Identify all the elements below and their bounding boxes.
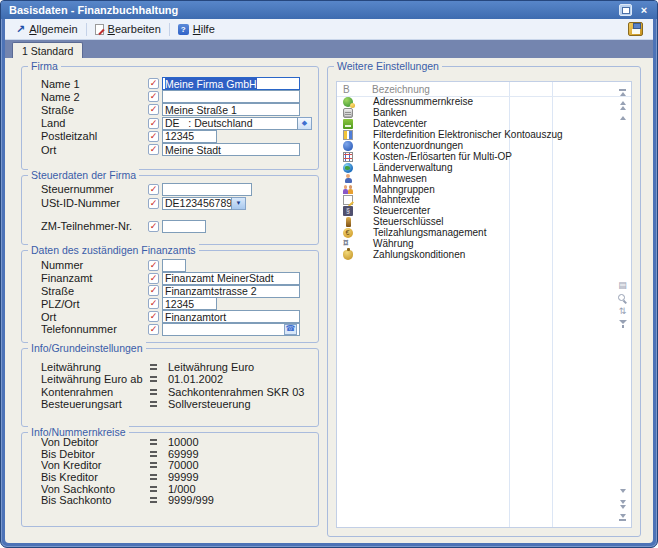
- settings-item-zahlungskonditionen[interactable]: Zahlungskonditionen: [337, 249, 631, 260]
- steuerdaten-zm-teilnehmer-nr-input[interactable]: [162, 220, 206, 233]
- form-row-steuerdaten-steuernummer: Steuernummer✓: [41, 182, 312, 196]
- column-header-bezeichnung[interactable]: Bezeichnung: [372, 84, 631, 95]
- modified-check-icon[interactable]: ✓: [148, 298, 159, 309]
- firma-postleitzahl-input[interactable]: 12345: [162, 130, 217, 143]
- settings-item-landerverwaltung[interactable]: Länderverwaltung: [337, 162, 631, 173]
- modified-check-icon[interactable]: ✓: [148, 221, 159, 232]
- row-down-icon[interactable]: [617, 486, 628, 496]
- steuerdaten-steuernummer-input[interactable]: [162, 183, 252, 196]
- form-row-finanzamt-plz-ort: PLZ/Ort✓12345: [41, 297, 312, 310]
- settings-item-wahrung[interactable]: Währung: [337, 239, 631, 250]
- equals-icon: [150, 389, 157, 395]
- finanzamt-plz-ort-input[interactable]: 12345: [162, 297, 217, 310]
- settings-item-steuercenter[interactable]: Steuercenter: [337, 206, 631, 217]
- settings-item-datevcenter[interactable]: Datevcenter: [337, 119, 631, 130]
- nummernkreise-bis-kreditor-value: 99999: [168, 471, 199, 483]
- settings-item-mahngruppen[interactable]: Mahngruppen: [337, 184, 631, 195]
- firma-ort-input[interactable]: Meine Stadt: [162, 143, 300, 156]
- settings-item-mahnwesen[interactable]: Mahnwesen: [337, 173, 631, 184]
- settings-item-kontenzuordnungen[interactable]: Kontenzuordnungen: [337, 141, 631, 152]
- scroll-to-bottom-icon[interactable]: [617, 512, 628, 522]
- dropdown-diamond-button[interactable]: ◆: [298, 117, 312, 130]
- save-button[interactable]: [628, 22, 643, 36]
- steuerdaten-ust-id-nummer-input[interactable]: DE123456789123: [162, 197, 232, 210]
- tab-standard[interactable]: 1 Standard: [12, 42, 83, 58]
- nummernkreise-von-debitor-value: 10000: [168, 436, 199, 448]
- modified-check-icon[interactable]: ✓: [148, 260, 159, 271]
- nummernkreise-bis-sachkonto-label: Bis Sachkonto: [41, 494, 148, 506]
- group-firma-rows: Name 1✓Meine Firma GmbHName 2✓Straße✓Mei…: [41, 77, 312, 156]
- filter-icon[interactable]: [617, 319, 628, 329]
- scroll-to-top-icon[interactable]: [617, 87, 628, 97]
- column-header-b[interactable]: B: [343, 84, 372, 95]
- finanzamt-telefonnummer-input[interactable]: ☎: [162, 323, 300, 336]
- modified-check-icon[interactable]: ✓: [148, 285, 159, 296]
- modified-check-icon[interactable]: ✓: [148, 78, 159, 89]
- list-scroll-rail: [615, 82, 630, 527]
- group-steuerdaten: Steuerdaten der Firma Steuernummer✓USt-I…: [21, 175, 319, 245]
- search-icon[interactable]: [617, 293, 628, 303]
- equals-icon: [150, 364, 157, 370]
- grundeinstellungen-leitwahrung-value: Leitwährung Euro: [168, 361, 254, 373]
- dunning-icon: [343, 174, 353, 184]
- settings-item-kosten-erlosarten-fur-multi-op[interactable]: Kosten-/Erlösarten für Multi-OP: [337, 151, 631, 162]
- menu-item-bearbeiten[interactable]: Bearbeiten: [90, 20, 166, 38]
- firma-strasse-input[interactable]: Meine Straße 1: [162, 103, 300, 116]
- settings-item-label: Mahnwesen: [373, 174, 427, 184]
- modified-check-icon[interactable]: ✓: [148, 91, 159, 102]
- settings-item-steuerschlussel[interactable]: Steuerschlüssel: [337, 217, 631, 228]
- modified-check-icon[interactable]: ✓: [148, 144, 159, 155]
- modified-check-icon[interactable]: ✓: [148, 324, 159, 335]
- modified-check-icon[interactable]: ✓: [148, 131, 159, 142]
- firma-land-input[interactable]: DE : Deutschland: [162, 117, 298, 130]
- settings-item-label: Adressnummernkreise: [373, 97, 473, 107]
- dunning-groups-icon: [343, 185, 353, 195]
- modified-check-icon[interactable]: ✓: [148, 273, 159, 284]
- group-steuerdaten-rows: Steuernummer✓USt-ID-Nummer✓DE12345678912…: [41, 182, 312, 233]
- form-row-steuerdaten-zm-teilnehmer-nr: ZM-Teilnehmer-Nr.✓: [41, 219, 312, 233]
- settings-item-filterdefinition-elektronischer-kontoauszug[interactable]: Filterdefinition Elektronischer Kontoaus…: [337, 130, 631, 141]
- left-column: Firma Name 1✓Meine Firma GmbHName 2✓Stra…: [21, 66, 319, 537]
- settings-item-label: Steuercenter: [373, 206, 430, 216]
- modified-check-icon[interactable]: ✓: [148, 118, 159, 129]
- page-up-icon[interactable]: [617, 100, 628, 110]
- settings-item-banken[interactable]: Banken: [337, 108, 631, 119]
- modified-check-icon[interactable]: ✓: [148, 311, 159, 322]
- steuerdaten-ust-id-nummer-label: USt-ID-Nummer: [41, 197, 148, 209]
- firma-name-1-input[interactable]: Meine Firma GmbH: [162, 77, 300, 90]
- help-icon: ?: [178, 24, 189, 35]
- group-nummernkreise-rows: Von Debitor10000Bis Debitor69999Von Kred…: [41, 436, 312, 506]
- menu-item-allgemein[interactable]: ↗Allgemein: [11, 20, 83, 38]
- nummernkreise-bis-kreditor-label: Bis Kreditor: [41, 471, 148, 483]
- settings-item-mahntexte[interactable]: Mahntexte: [337, 195, 631, 206]
- finanzamt-ort-input[interactable]: Finanzamtort: [162, 310, 300, 323]
- dropdown-arrow-button[interactable]: ▼: [232, 197, 246, 210]
- firma-name-2-input[interactable]: [162, 90, 300, 103]
- modified-check-icon[interactable]: ✓: [148, 184, 159, 195]
- finanzamt-nummer-input[interactable]: [162, 259, 186, 272]
- firma-strasse-label: Straße: [41, 104, 148, 116]
- settings-item-teilzahlungsmanagement[interactable]: Teilzahlungsmanagement: [337, 228, 631, 239]
- group-grundeinstellungen: Info/Grundeinstellungen LeitwährungLeitw…: [21, 348, 319, 427]
- restore-button[interactable]: [619, 4, 632, 16]
- settings-item-adressnummernkreise[interactable]: Adressnummernkreise: [337, 97, 631, 108]
- sort-icon[interactable]: [617, 306, 628, 316]
- finanzamt-strasse-input[interactable]: Finanzamtstrasse 2: [162, 285, 300, 298]
- finanzamt-telefonnummer-label: Telefonnummer: [41, 323, 148, 335]
- form-row-nummernkreise-bis-debitor: Bis Debitor69999: [41, 448, 312, 460]
- nummernkreise-von-kreditor-label: Von Kreditor: [41, 459, 148, 471]
- modified-check-icon[interactable]: ✓: [148, 198, 159, 209]
- grundeinstellungen-leitwahrung-euro-ab-label: Leitwährung Euro ab: [41, 373, 148, 385]
- page-down-icon[interactable]: [617, 499, 628, 509]
- row-up-icon[interactable]: [617, 113, 628, 123]
- finanzamt-finanzamt-input[interactable]: Finanzamt MeinerStadt: [162, 272, 300, 285]
- form-row-firma-name-1: Name 1✓Meine Firma GmbH: [41, 77, 312, 90]
- modified-check-icon[interactable]: ✓: [148, 104, 159, 115]
- close-button[interactable]: ×: [638, 5, 650, 16]
- phone-dial-button[interactable]: ☎: [284, 324, 297, 335]
- group-finanzamt-rows: Nummer✓Finanzamt✓Finanzamt MeinerStadtSt…: [41, 259, 312, 336]
- list-view-icon[interactable]: [617, 280, 628, 290]
- menu-item-hilfe[interactable]: ?Hilfe: [173, 20, 220, 38]
- settings-item-label: Kontenzuordnungen: [373, 141, 463, 151]
- group-grundeinstellungen-legend: Info/Grundeinstellungen: [28, 342, 146, 354]
